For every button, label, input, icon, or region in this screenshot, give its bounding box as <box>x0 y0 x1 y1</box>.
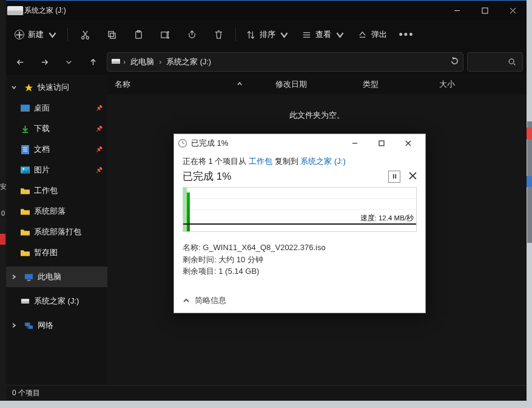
svg-rect-3 <box>482 8 488 13</box>
separator <box>67 28 68 41</box>
chevron-down-icon <box>279 30 289 40</box>
download-icon <box>19 124 30 134</box>
col-type[interactable]: 类型 <box>355 80 432 90</box>
sidebar-item-downloads[interactable]: 下载 📌 <box>6 118 107 139</box>
sidebar-item-desktop[interactable]: 桌面 📌 <box>6 98 107 118</box>
pc-icon <box>23 273 34 281</box>
chevron-right-icon <box>8 322 19 328</box>
sort-asc-icon <box>237 80 243 89</box>
progress-headline: 已完成 1% <box>183 169 231 183</box>
back-button[interactable] <box>10 53 30 71</box>
dialog-close-button[interactable] <box>395 135 422 152</box>
col-date[interactable]: 修改日期 <box>268 80 355 90</box>
chevron-down-icon <box>335 30 345 40</box>
dialog-minimize-button[interactable] <box>342 135 368 152</box>
rename-button[interactable] <box>152 24 178 45</box>
sidebar-item-folder[interactable]: 工作包 <box>6 180 107 201</box>
svg-rect-55 <box>379 141 384 146</box>
crumb-drive[interactable]: 系统之家 (J:) <box>164 57 214 67</box>
cut-button[interactable] <box>72 24 98 45</box>
chevron-down-icon <box>47 30 58 40</box>
sidebar-item-pictures[interactable]: 图片 📌 <box>6 160 107 180</box>
sidebar-item-folder[interactable]: 系统部落打包 <box>6 222 107 242</box>
eject-button[interactable]: 弹出 <box>351 24 393 45</box>
folder-icon <box>19 228 30 236</box>
svg-rect-47 <box>21 301 29 304</box>
status-bar: 0 个项目 <box>6 385 527 401</box>
svg-point-30 <box>509 59 514 64</box>
paste-button[interactable] <box>125 24 152 45</box>
sidebar-quick-access[interactable]: 快速访问 <box>6 77 107 98</box>
search-box[interactable] <box>467 52 523 72</box>
document-icon <box>19 145 30 154</box>
forward-button[interactable] <box>34 53 55 71</box>
new-button[interactable]: 新建 <box>8 24 64 45</box>
picture-icon <box>19 166 30 174</box>
sidebar-label: 快速访问 <box>38 82 69 93</box>
sidebar-label: 桌面 <box>34 103 50 114</box>
dst-link[interactable]: 系统之家 (J:) <box>300 157 345 166</box>
sidebar-network[interactable]: 网络 <box>6 315 107 336</box>
close-button[interactable] <box>499 1 527 20</box>
view-label: 查看 <box>315 29 331 40</box>
drive-icon <box>19 298 30 304</box>
crumb-pc[interactable]: 此电脑 <box>128 57 157 67</box>
sidebar-drive[interactable]: 系统之家 (J:) <box>6 291 107 311</box>
svg-line-11 <box>82 30 87 36</box>
refresh-button[interactable] <box>450 56 459 67</box>
sidebar-this-pc[interactable]: 此电脑 <box>6 267 107 287</box>
eject-label: 弹出 <box>371 29 387 40</box>
address-bar[interactable]: › 此电脑 › 系统之家 (J:) <box>107 52 463 72</box>
bg-right-edge <box>527 121 532 243</box>
svg-line-53 <box>183 143 184 144</box>
svg-rect-1 <box>7 10 23 15</box>
minimize-button[interactable] <box>443 1 471 20</box>
svg-line-31 <box>514 64 516 66</box>
svg-point-8 <box>81 36 84 39</box>
bg-text-2: 0 <box>1 209 5 217</box>
svg-rect-44 <box>24 274 32 279</box>
copy-button[interactable] <box>98 24 125 45</box>
sidebar-label: 文档 <box>34 144 50 155</box>
up-button[interactable] <box>82 53 103 71</box>
sidebar-item-folder[interactable]: 暂存图 <box>6 242 107 263</box>
bg-red-tab <box>0 234 5 245</box>
recent-button[interactable] <box>58 53 79 71</box>
share-button[interactable] <box>178 24 205 45</box>
folder-icon <box>19 187 30 194</box>
delete-button[interactable] <box>205 24 232 45</box>
dialog-maximize-button[interactable] <box>368 135 395 152</box>
copy-dialog: 已完成 1% 正在将 1 个项目从 工作包 复制到 系统之家 (J:) 已完成 … <box>173 134 426 313</box>
sort-label: 排序 <box>260 29 275 40</box>
svg-rect-29 <box>112 61 120 64</box>
pin-icon: 📌 <box>96 105 103 111</box>
col-name[interactable]: 名称 <box>107 80 268 90</box>
chevron-down-icon <box>8 84 19 90</box>
brief-toggle[interactable]: 简略信息 <box>174 288 425 313</box>
sidebar-label: 工作包 <box>34 185 58 196</box>
clock-icon <box>178 138 187 148</box>
cancel-button[interactable] <box>409 171 417 183</box>
toolbar: 新建 排序 查看 弹出 ••• <box>6 20 527 49</box>
svg-rect-16 <box>161 32 166 37</box>
dialog-titlebar: 已完成 1% <box>174 134 425 152</box>
desktop-icon <box>19 104 30 112</box>
sidebar: 快速访问 桌面 📌 下载 📌 文档 📌 图片 📌 <box>6 75 107 385</box>
network-icon <box>23 322 34 330</box>
item-count: 0 个项目 <box>12 388 40 398</box>
sidebar-item-documents[interactable]: 文档 📌 <box>6 139 107 160</box>
maximize-button[interactable] <box>471 1 499 20</box>
sidebar-item-folder[interactable]: 系统部落 <box>6 201 107 222</box>
svg-rect-13 <box>110 33 115 38</box>
titlebar: 系统之家 (J:) <box>6 1 527 20</box>
svg-line-10 <box>83 30 87 36</box>
nav-row: › 此电脑 › 系统之家 (J:) <box>6 49 527 75</box>
src-link[interactable]: 工作包 <box>249 157 272 166</box>
pause-button[interactable] <box>388 171 400 183</box>
sidebar-label: 系统之家 (J:) <box>34 296 79 307</box>
more-button[interactable]: ••• <box>393 24 420 45</box>
sort-button[interactable]: 排序 <box>240 24 295 45</box>
view-button[interactable]: 查看 <box>295 24 351 45</box>
svg-rect-33 <box>21 104 30 110</box>
col-size[interactable]: 大小 <box>432 80 527 90</box>
